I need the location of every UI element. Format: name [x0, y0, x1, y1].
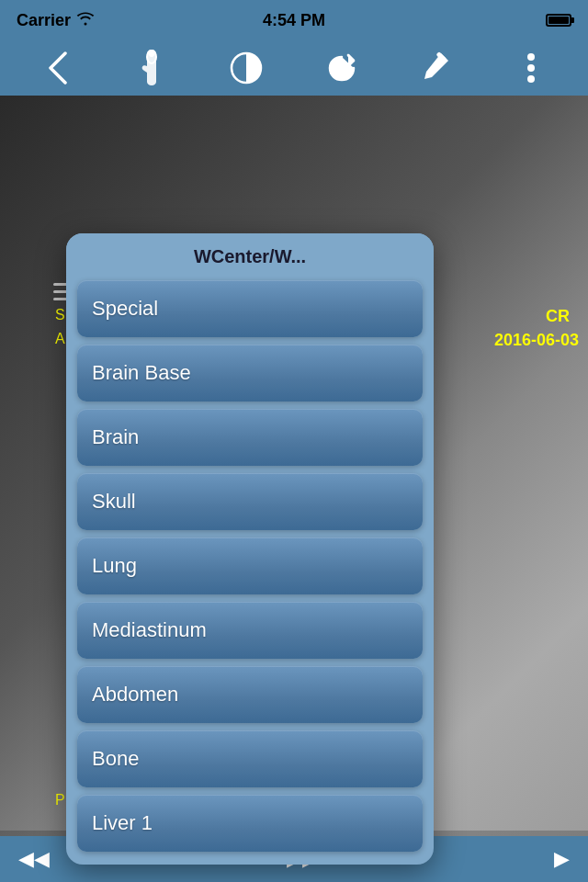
window-center-dropdown: WCenter/W... Special Brain Base Brain Sk…: [66, 233, 434, 865]
rotate-button[interactable]: [322, 48, 362, 88]
xray-label-date: 2016-06-03: [494, 331, 579, 350]
touch-button[interactable]: [131, 48, 172, 88]
status-time: 4:54 PM: [263, 11, 325, 30]
dropdown-item-skull[interactable]: Skull: [77, 473, 423, 530]
wifi-icon: [76, 11, 95, 29]
dropdown-list: Special Brain Base Brain Skull Lung Medi…: [66, 277, 434, 865]
dropdown-item-special[interactable]: Special: [77, 280, 423, 337]
play-button[interactable]: ▶: [554, 847, 570, 871]
status-right: [546, 14, 571, 27]
xray-label-cr: CR: [546, 307, 570, 326]
svg-point-5: [527, 64, 535, 72]
carrier-label: Carrier: [17, 11, 71, 30]
status-left: Carrier: [17, 11, 95, 30]
toolbar: [0, 40, 588, 96]
xray-label-p: P: [55, 792, 65, 808]
svg-point-1: [149, 51, 154, 57]
xray-background: CR 2016-06-03 S A P WCenter/W... Special…: [0, 96, 588, 882]
contrast-button[interactable]: [226, 48, 266, 88]
battery-icon: [546, 14, 571, 27]
status-bar: Carrier 4:54 PM: [0, 0, 588, 40]
dropdown-item-lung[interactable]: Lung: [77, 537, 423, 594]
back-button[interactable]: [37, 48, 77, 88]
xray-label-s: S: [55, 307, 65, 323]
edit-button[interactable]: [416, 48, 457, 88]
dropdown-item-brain[interactable]: Brain: [77, 409, 423, 466]
dropdown-item-brain-base[interactable]: Brain Base: [77, 345, 423, 401]
more-button[interactable]: [511, 48, 551, 88]
xray-label-a: A: [55, 331, 65, 347]
dropdown-title: WCenter/W...: [66, 233, 434, 277]
dropdown-item-abdomen[interactable]: Abdomen: [77, 666, 423, 723]
svg-point-4: [527, 53, 535, 61]
svg-point-6: [527, 75, 535, 83]
dropdown-item-liver1[interactable]: Liver 1: [77, 795, 423, 852]
prev-button[interactable]: ◀◀: [18, 847, 50, 871]
dropdown-item-bone[interactable]: Bone: [77, 730, 423, 787]
dropdown-item-mediastinum[interactable]: Mediastinum: [77, 602, 423, 659]
